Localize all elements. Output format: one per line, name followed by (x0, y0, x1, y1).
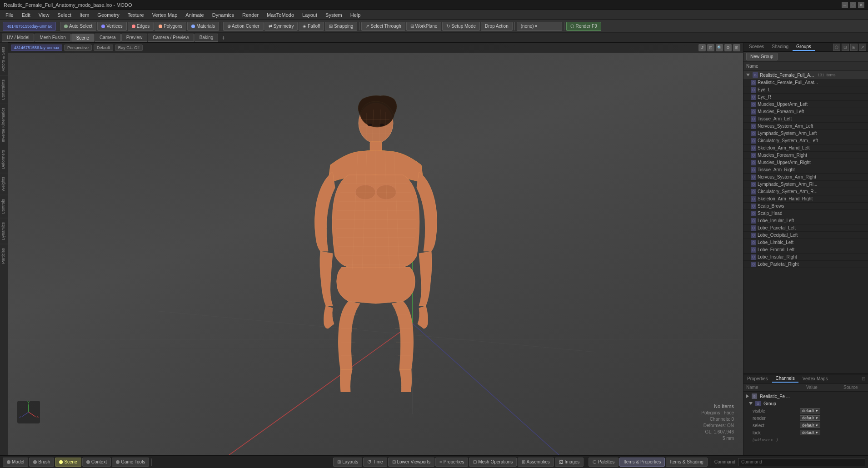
left-tab-ik[interactable]: Inverse Kinematics (0, 104, 8, 146)
prop-select[interactable]: select default ▾ (743, 422, 868, 429)
left-tab-constraints[interactable]: Constraints (0, 75, 8, 104)
scene-item[interactable]: ⬡Skeleton_Arm_Hand_Right (743, 195, 868, 203)
tab-camera-preview[interactable]: Camera / Preview (148, 34, 194, 42)
edges-btn[interactable]: Edges (128, 22, 154, 31)
setup-mode-btn[interactable]: ↻ Setup Mode (442, 22, 480, 31)
falloff-btn[interactable]: ◈ Falloff (299, 22, 324, 31)
scene-item[interactable]: ⬡Muscles_Forearm_Right (743, 152, 868, 159)
menu-view[interactable]: View (35, 11, 53, 19)
scene-item[interactable]: ⬡Muscles_UpperArm_Left (743, 101, 868, 108)
bottom-properties-btn[interactable]: ≡ Properties (435, 458, 468, 467)
snapping-btn[interactable]: ⊞ Snapping (325, 22, 357, 31)
menu-animate[interactable]: Animate (182, 11, 207, 19)
props-top-item[interactable]: G Realistic_Fe ... (743, 393, 868, 400)
scene-item[interactable]: ⬡Scalp_Head (743, 210, 868, 217)
prop-lock-dropdown[interactable]: default ▾ (800, 430, 820, 435)
workplane-btn[interactable]: ⊟ WorkPlane (406, 22, 442, 31)
menu-edit[interactable]: Edit (18, 11, 34, 19)
scene-item[interactable]: ⬡Tissue_Arm_Left (743, 115, 868, 123)
bottom-lower-viewports-btn[interactable]: ⊟ Lower Viewports (388, 458, 435, 467)
menu-layout[interactable]: Layout (299, 11, 321, 19)
props-group-row[interactable]: G Group (743, 400, 868, 407)
close-button[interactable]: ✕ (858, 2, 864, 8)
props-expand[interactable]: ⊡ (859, 376, 868, 381)
bottom-brush-btn[interactable]: Brush (29, 458, 54, 467)
scene-item[interactable]: ⬡Lobe_Limbic_Left (743, 239, 868, 246)
viewport-perspective[interactable]: Perspective (64, 45, 92, 51)
left-tab-actors[interactable]: Actors & Sets (0, 43, 8, 75)
bottom-items-shading-btn[interactable]: Items & Shading (666, 458, 707, 467)
tab-scene[interactable]: Scene (71, 34, 94, 42)
maximize-button[interactable]: □ (850, 2, 856, 8)
scene-item[interactable]: ⬡Lobe_Parietal_Right (743, 261, 868, 268)
action-center-btn[interactable]: ⊕ Action Center (223, 22, 264, 31)
tab-vertex-maps[interactable]: Vertex Maps (799, 375, 832, 382)
tab-groups[interactable]: Groups (793, 43, 815, 51)
menu-geometry[interactable]: Geometry (94, 11, 123, 19)
tab-add[interactable]: + (219, 34, 228, 41)
new-group-button[interactable]: New Group (746, 53, 778, 60)
tab-baking[interactable]: Baking (195, 34, 219, 42)
viewport-icon-zoom[interactable]: 🔍 (716, 44, 723, 51)
bottom-context-btn[interactable]: Context (82, 458, 111, 467)
menu-file[interactable]: File (2, 11, 17, 19)
scene-item[interactable]: ⬡Eye_L (743, 86, 868, 94)
scene-item[interactable]: ⬡Lobe_Insular_Left (743, 217, 868, 224)
scene-item[interactable]: ⬡Lymphatic_System_Arm_Left (743, 130, 868, 137)
prop-lock[interactable]: lock default ▾ (743, 429, 868, 436)
menu-render[interactable]: Render (239, 11, 262, 19)
right-icon-2[interactable]: ⊡ (842, 44, 849, 51)
bottom-game-tools-btn[interactable]: Game Tools (112, 458, 149, 467)
viewport-icon-expand[interactable]: ⊞ (733, 44, 740, 51)
right-icon-1[interactable]: ⬡ (833, 44, 840, 51)
scene-item[interactable]: ⬡Muscles_UpperArm_Right (743, 159, 868, 166)
prop-select-dropdown[interactable]: default ▾ (800, 423, 820, 428)
scene-item[interactable]: ⬡Nervous_System_Arm_Left (743, 123, 868, 130)
viewport-icon-fit[interactable]: ⊡ (707, 44, 714, 51)
scene-item[interactable]: ⬡Tissue_Arm_Right (743, 166, 868, 174)
prop-add-user[interactable]: (add user c...) (743, 436, 868, 443)
tab-mesh-fusion[interactable]: Mesh Fusion (35, 34, 70, 42)
menu-select[interactable]: Select (54, 11, 75, 19)
left-tab-controls[interactable]: Controls (0, 195, 8, 218)
bottom-model-btn[interactable]: Model (3, 458, 28, 467)
bottom-layouts-btn[interactable]: ⊞ Layouts (333, 458, 362, 467)
scene-item[interactable]: ⬡Scalp_Brows (743, 203, 868, 210)
none-selector[interactable]: (none) ▾ (517, 22, 562, 31)
menu-dynamics[interactable]: Dynamics (209, 11, 238, 19)
menu-vertex-map[interactable]: Vertex Map (149, 11, 181, 19)
auto-select-btn[interactable]: Auto Select (60, 22, 96, 31)
prop-render-dropdown[interactable]: default ▾ (800, 415, 820, 421)
scene-item[interactable]: ⬡Lobe_Insular_Right (743, 254, 868, 261)
viewport-layer-label[interactable]: 48146751556:lay-unmax (11, 45, 62, 51)
menu-maxtomodo[interactable]: MaxToModo (263, 11, 298, 19)
viewport-default[interactable]: Default (94, 45, 113, 51)
scene-item[interactable]: ⬡Realistic_Female_Full_Anat... (743, 79, 868, 86)
left-tab-particles[interactable]: Particles (0, 244, 8, 268)
menu-item[interactable]: Item (76, 11, 93, 19)
bottom-time-btn[interactable]: ⏱ Time (363, 458, 387, 467)
symmetry-btn[interactable]: ⇄ Symmetry (264, 22, 298, 31)
scene-item[interactable]: ⬡Lobe_Occipital_Left (743, 232, 868, 239)
bottom-assemblies-btn[interactable]: ⊞ Assemblies (518, 458, 554, 467)
viewport[interactable]: 48146751556:lay-unmax Perspective Defaul… (8, 43, 743, 455)
prop-visible-dropdown[interactable]: default ▾ (800, 408, 820, 413)
scene-item[interactable]: ⬡Muscles_Forearm_Left (743, 108, 868, 115)
materials-btn[interactable]: Materials (187, 22, 219, 31)
bottom-scene-btn[interactable]: Scene (55, 458, 81, 467)
scene-item[interactable]: ⬡Circulatory_System_Arm_R... (743, 188, 868, 195)
render-btn[interactable]: ⬡ Render F9 (566, 22, 601, 31)
select-through-btn[interactable]: ↗ Select Through (361, 22, 405, 31)
drop-action-btn[interactable]: Drop Action (481, 22, 513, 31)
left-tab-weights[interactable]: Weights (0, 173, 8, 195)
bottom-mesh-ops-btn[interactable]: ⊡ Mesh Operations (469, 458, 517, 467)
tab-scenes[interactable]: Scenes (745, 43, 768, 51)
tab-preview[interactable]: Preview (121, 34, 148, 42)
bottom-images-btn[interactable]: 🖼 Images (555, 458, 584, 467)
scene-item[interactable]: ⬡Lobe_Frontal_Left (743, 246, 868, 254)
left-tab-deformers[interactable]: Deformers (0, 146, 8, 173)
scene-item[interactable]: ⬡Lymphatic_System_Arm_Ri... (743, 181, 868, 188)
menu-help[interactable]: Help (347, 11, 364, 19)
scene-item[interactable]: ⬡Lobe_Parietal_Left (743, 224, 868, 232)
scene-item[interactable]: ⬡Skeleton_Arm_Hand_Left (743, 144, 868, 152)
